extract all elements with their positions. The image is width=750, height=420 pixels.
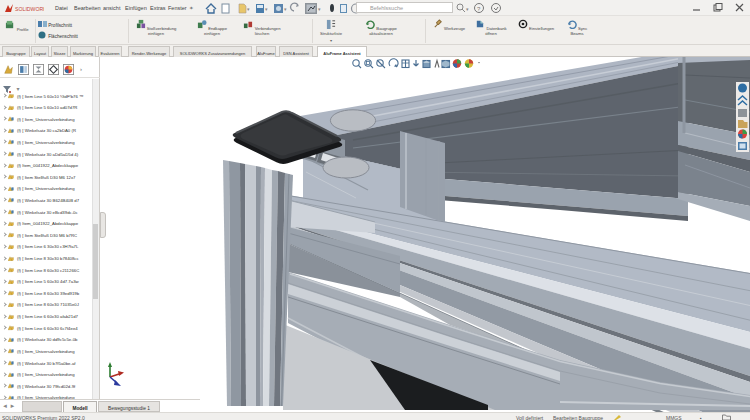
svg-text:▾: ▾ — [265, 6, 268, 12]
svg-text:SOLIDWORKS: SOLIDWORKS — [15, 6, 44, 12]
svg-text:▾: ▾ — [318, 6, 321, 12]
svg-text:▾: ▾ — [466, 6, 469, 12]
svg-text:▾: ▾ — [284, 6, 287, 12]
svg-text:▾: ▾ — [247, 6, 250, 12]
svg-text:?: ? — [477, 6, 481, 12]
